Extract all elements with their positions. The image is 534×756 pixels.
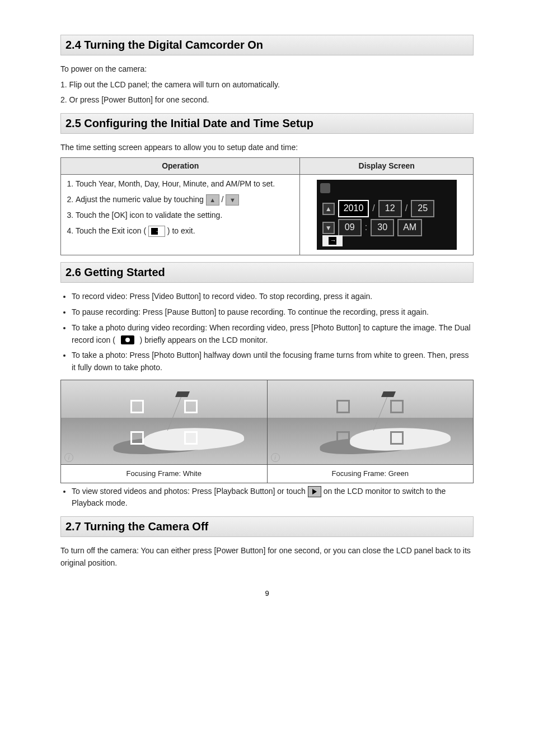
text: 2. Or press [Power Button] for one secon… <box>60 94 474 106</box>
text: Adjust the numeric value by touching <box>76 195 206 204</box>
lcd-month: 12 <box>378 200 402 217</box>
operation-table: Operation Display Screen Touch Year, Mon… <box>60 157 474 256</box>
section-title: 2.7 Turning the Camera Off <box>65 520 469 533</box>
lcd-hour: 09 <box>338 219 362 236</box>
list-item: Touch the Exit icon ( ) to exit. <box>76 225 295 237</box>
page-number: 9 <box>60 589 474 598</box>
down-arrow-icon: ▼ <box>322 222 335 234</box>
text: / <box>222 195 226 204</box>
section-title: 2.4 Turning the Digital Camcorder On <box>65 39 469 52</box>
text: To power on the camera: <box>60 63 474 76</box>
exit-icon <box>322 235 343 246</box>
text: The time setting screen appears to allow… <box>60 142 474 154</box>
text: ) to exit. <box>167 226 195 235</box>
caption: Focusing Frame: Green <box>267 464 474 483</box>
table-cell: i <box>267 380 474 464</box>
exit-icon <box>148 226 165 237</box>
list-item: To take a photo during video recording: … <box>72 322 474 346</box>
lcd-day: 25 <box>411 200 434 217</box>
up-arrow-icon: ▲ <box>322 203 335 215</box>
lcd-year: 2010 <box>338 200 369 217</box>
text: To turn off the camera: You can either p… <box>60 545 474 569</box>
down-arrow-icon: ▼ <box>226 194 239 206</box>
table-header: Display Screen <box>300 157 474 175</box>
section-header-2-5: 2.5 Configuring the Initial Date and Tim… <box>60 113 474 134</box>
section-title: 2.5 Configuring the Initial Date and Tim… <box>65 117 469 130</box>
text: Touch the Exit icon ( <box>76 226 148 235</box>
focusing-frame-table: i i Focusing Frame: White Focusing Frame… <box>60 380 474 483</box>
document-page: 2.4 Turning the Digital Camcorder On To … <box>0 0 534 614</box>
text: ) briefly appears on the LCD monitor. <box>140 335 268 344</box>
sample-photo-green-frame: i <box>268 380 474 464</box>
text: 1. Flip out the LCD panel; the camera wi… <box>60 79 474 91</box>
list-item: To record video: Press [Video Button] to… <box>72 291 474 303</box>
caption: Focusing Frame: White <box>61 464 268 483</box>
up-arrow-icon: ▲ <box>206 194 219 206</box>
separator: / <box>405 202 407 216</box>
list-item: To pause recording: Press [Pause Button]… <box>72 306 474 319</box>
list-item: Touch Year, Month, Day, Hour, Minute, an… <box>76 178 295 190</box>
dual-record-icon <box>118 335 138 346</box>
text: To view stored videos and photos: Press … <box>72 487 308 496</box>
separator: : <box>365 221 367 235</box>
playback-icon <box>308 486 321 497</box>
section-header-2-7: 2.7 Turning the Camera Off <box>60 516 474 537</box>
separator: / <box>372 202 374 216</box>
lcd-screen-illustration: ▲ 2010 / 12 / 25 ▼ 09 : 30 AM <box>317 180 457 250</box>
lcd-minute: 30 <box>371 219 394 236</box>
table-cell: i <box>61 380 268 464</box>
info-icon: i <box>64 453 73 462</box>
section-header-2-4: 2.4 Turning the Digital Camcorder On <box>60 35 474 55</box>
list-item: Touch the [OK] icon to validate the sett… <box>76 209 295 222</box>
info-icon: i <box>271 453 280 462</box>
table-header: Operation <box>61 157 300 175</box>
sample-photo-white-frame: i <box>61 380 267 464</box>
list-item: Adjust the numeric value by touching ▲ /… <box>76 194 295 206</box>
settings-icon <box>320 183 330 193</box>
lcd-ampm: AM <box>397 219 422 236</box>
list-item: To take a photo: Press [Photo Button] ha… <box>72 349 474 374</box>
table-cell: Touch Year, Month, Day, Hour, Minute, an… <box>61 175 300 255</box>
section-header-2-6: 2.6 Getting Started <box>60 262 474 283</box>
list-item: To view stored videos and photos: Press … <box>72 486 474 510</box>
section-title: 2.6 Getting Started <box>65 266 469 279</box>
table-cell: ▲ 2010 / 12 / 25 ▼ 09 : 30 AM <box>300 175 474 255</box>
